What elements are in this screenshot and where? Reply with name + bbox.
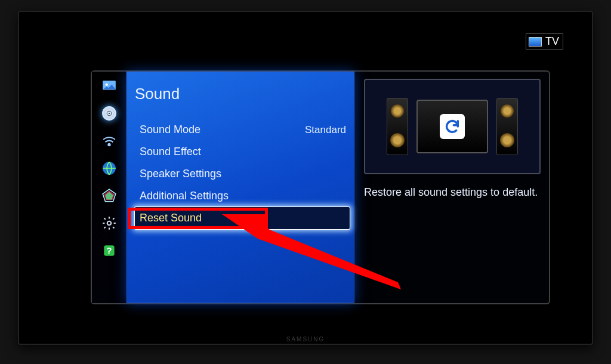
- tv-icon: [529, 37, 542, 47]
- menu-item-speaker-settings[interactable]: Speaker Settings: [135, 163, 350, 185]
- source-indicator: TV: [526, 33, 563, 50]
- menu-item-label: Additional Settings: [140, 190, 229, 202]
- tv-screen: TV: [31, 24, 580, 327]
- svg-point-1: [106, 84, 108, 86]
- info-panel: Restore all sound settings to default.: [354, 72, 549, 303]
- menu-item-sound-mode[interactable]: Sound Mode Standard: [135, 119, 350, 141]
- system-icon[interactable]: [100, 214, 119, 233]
- network-icon[interactable]: [100, 131, 119, 150]
- svg-point-5: [108, 144, 110, 146]
- smarthub-icon[interactable]: [100, 186, 119, 205]
- support-icon[interactable]: ?: [100, 241, 119, 260]
- menu-item-value: Standard: [305, 124, 346, 136]
- broadcast-icon[interactable]: [100, 159, 119, 178]
- info-illustration: [364, 79, 541, 174]
- menu-item-additional-settings[interactable]: Additional Settings: [135, 185, 350, 207]
- picture-icon[interactable]: [100, 76, 119, 95]
- svg-point-4: [108, 112, 110, 115]
- speaker-left-icon: [387, 98, 408, 155]
- speaker-right-icon: [496, 98, 518, 155]
- menu-item-label: Sound Effect: [140, 146, 201, 158]
- tv-illustration: [416, 100, 488, 153]
- menu-panel: Sound Sound Mode Standard Sound Effect S…: [126, 72, 354, 303]
- menu-item-label: Sound Mode: [140, 124, 200, 136]
- menu-item-label: Speaker Settings: [140, 168, 221, 180]
- info-description: Restore all sound settings to default.: [364, 185, 541, 199]
- menu-item-label: Reset Sound: [140, 212, 202, 224]
- svg-point-10: [107, 221, 112, 226]
- category-sidebar: ?: [92, 72, 126, 303]
- menu-item-reset-sound[interactable]: Reset Sound: [135, 207, 350, 229]
- source-label: TV: [545, 35, 559, 48]
- settings-window: ? Sound Sound Mode Standard Sound Effect…: [91, 70, 550, 304]
- svg-text:?: ?: [106, 245, 112, 255]
- brand-label: SAMSUNG: [286, 336, 325, 343]
- tv-frame: TV: [18, 11, 593, 345]
- menu-item-sound-effect[interactable]: Sound Effect: [135, 141, 350, 163]
- menu-title: Sound: [135, 85, 350, 103]
- sound-icon[interactable]: [100, 104, 119, 123]
- refresh-icon: [440, 114, 465, 139]
